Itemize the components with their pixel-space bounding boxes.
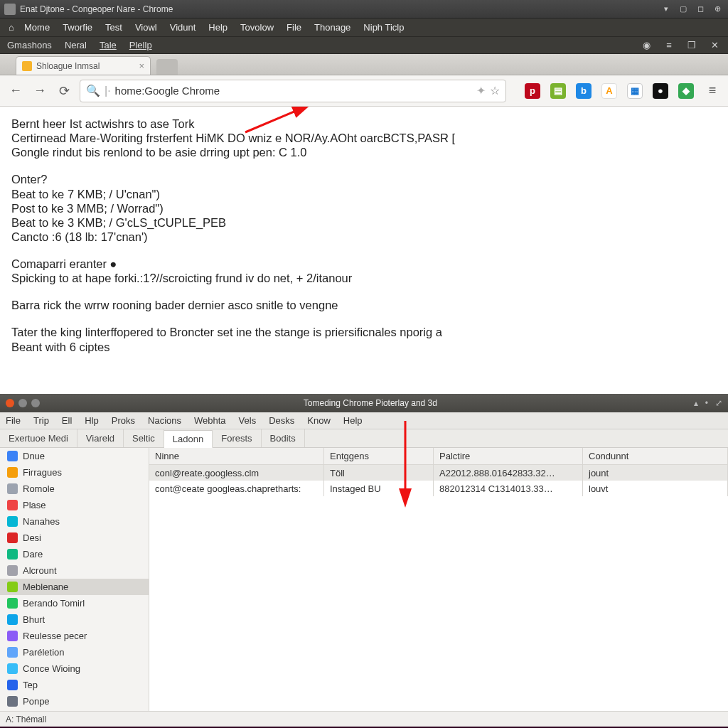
menu-item[interactable]: File — [287, 22, 301, 33]
window-min-icon[interactable]: ▢ — [677, 4, 690, 14]
sidebar-item-label: Alcrount — [23, 565, 57, 576]
win2-dot-icon[interactable]: • — [705, 398, 708, 408]
forward-button[interactable]: → — [31, 82, 48, 100]
menu-item[interactable]: Mome — [24, 22, 50, 33]
sidebar-item[interactable]: Alcrount — [0, 562, 149, 579]
panel-tab[interactable]: Seltic — [124, 429, 164, 447]
tab-close-icon[interactable]: × — [139, 60, 144, 71]
menu-item[interactable]: Trip — [33, 415, 49, 426]
menu-item[interactable]: Tale — [100, 40, 117, 50]
menu-item[interactable]: Proks — [112, 415, 135, 426]
cell: A22012.888.01642833.32… — [434, 465, 583, 481]
close-icon[interactable]: ✕ — [708, 39, 721, 52]
menu-icon[interactable]: ≡ — [663, 39, 675, 52]
sidebar-item[interactable]: Plase — [0, 497, 149, 513]
ext-box-icon[interactable]: b — [576, 83, 592, 99]
menu-item[interactable]: Webhta — [194, 415, 226, 426]
col-header[interactable]: Palctire — [434, 448, 583, 464]
browser-tab[interactable]: Shloague Inmsal × — [16, 56, 151, 75]
sidebar-item[interactable]: Bhurt — [0, 611, 149, 628]
win2-close-icon[interactable] — [6, 399, 14, 407]
menu-item[interactable]: Ell — [62, 415, 72, 426]
menu-item[interactable]: Test — [105, 22, 122, 33]
ext-map-icon[interactable]: ◆ — [678, 83, 694, 99]
sidebar-item[interactable]: Romole — [0, 481, 149, 497]
chrome-menu-icon[interactable]: ≡ — [704, 82, 721, 100]
win2-min-icon[interactable] — [18, 399, 27, 407]
sidebar-item[interactable]: Ponpe — [0, 693, 149, 710]
sidebar-item-icon — [7, 631, 18, 641]
panel-tab-active[interactable]: Ladonn — [164, 430, 213, 448]
ext-dark-icon[interactable]: ● — [653, 83, 668, 99]
user-icon[interactable]: ◉ — [640, 39, 653, 52]
back-button[interactable]: ← — [7, 82, 24, 100]
col-header[interactable]: Entggens — [324, 448, 434, 464]
reload-button[interactable]: ⟳ — [55, 82, 73, 100]
menu-item[interactable]: Help — [343, 415, 363, 426]
window-max-icon[interactable]: ◻ — [694, 4, 707, 14]
sidebar-item[interactable]: Firragues — [0, 464, 149, 481]
mic-icon[interactable]: ✦ — [476, 84, 486, 97]
sidebar-item[interactable]: Dare — [0, 546, 149, 562]
sidebar-item[interactable]: Desi — [0, 530, 149, 546]
panel-tab[interactable]: Bodits — [262, 429, 305, 447]
address-bar[interactable]: 🔍 |· ✦ ☆ — [80, 80, 506, 102]
bookmark-icon[interactable]: ☆ — [490, 84, 500, 97]
menu-item[interactable]: File — [6, 415, 21, 426]
sidebar-item[interactable]: Reulesse pecer — [0, 628, 149, 644]
ext-a-icon[interactable]: A — [601, 83, 617, 99]
sidebar-item-icon — [7, 680, 18, 690]
sidebar-item-icon — [7, 451, 18, 461]
cell: 882012314 C1314013.33… — [434, 481, 583, 496]
extensions: p ▤ b A ▦ ● ◆ ≡ — [525, 82, 721, 100]
win2-max-icon[interactable] — [31, 399, 40, 407]
sidebar-item[interactable]: Paréletion — [0, 644, 149, 660]
sidebar-item-label: Dnue — [23, 451, 45, 461]
menu-item[interactable]: Desks — [269, 415, 294, 426]
sidebar-item-label: Nanahes — [23, 516, 60, 527]
address-input[interactable] — [115, 85, 472, 97]
win2-expand-icon[interactable]: ⤢ — [715, 398, 722, 408]
panel-tab[interactable]: Forests — [213, 429, 261, 447]
ext-note-icon[interactable]: ▤ — [550, 83, 566, 99]
panel-tab[interactable]: Exertuoe Medi — [0, 429, 77, 447]
menu-item[interactable]: Nacions — [148, 415, 181, 426]
col-header[interactable]: Condunnt — [583, 448, 728, 464]
sidebar-item[interactable]: Dnue — [0, 448, 149, 464]
restore-icon[interactable]: ❐ — [685, 39, 698, 52]
menu-item[interactable]: Niph Ticlp — [363, 22, 404, 33]
text-line: Spicking to at hape forki.:1?//scroictin… — [11, 271, 717, 285]
desktop-titlebar: Enat Djtone - Congeoper Nare - Chrome ▾ … — [0, 0, 728, 18]
sidebar-item[interactable]: Conce Wioing — [0, 660, 149, 677]
sidebar-item[interactable]: Tep — [0, 677, 149, 693]
text-line: Beant with 6 ciptes — [11, 340, 717, 354]
sidebar-item-label: Plase — [23, 500, 46, 510]
ext-pinterest-icon[interactable]: p — [525, 83, 540, 99]
window-close-icon[interactable]: ⊕ — [711, 4, 724, 14]
table-row[interactable]: cont@ceate googleas.chapretharts: Instag… — [149, 481, 728, 496]
home-icon[interactable]: ⌂ — [4, 22, 18, 33]
menu-item[interactable]: Viowl — [135, 22, 157, 33]
menu-item[interactable]: Help — [208, 22, 228, 33]
menu-item[interactable]: Tworfie — [63, 22, 92, 33]
menu-item[interactable]: Neral — [65, 40, 87, 50]
table-row[interactable]: conl@reate.googless.clm Töll A22012.888.… — [149, 465, 728, 481]
menu-item[interactable]: Know — [307, 415, 331, 426]
sidebar-item[interactable]: Nanahes — [0, 513, 149, 530]
sidebar-item[interactable]: Berando Tomirl — [0, 595, 149, 611]
ext-cal-icon[interactable]: ▦ — [627, 83, 643, 99]
menu-item[interactable]: Gmashons — [7, 40, 52, 50]
menu-item[interactable]: Vidunt — [170, 22, 196, 33]
panel-tab[interactable]: Viareld — [77, 429, 124, 447]
window-menu-icon[interactable]: ▾ — [660, 4, 673, 14]
new-tab-button[interactable] — [156, 59, 178, 75]
col-header[interactable]: Ninne — [149, 448, 324, 464]
menu-item[interactable]: Thonage — [314, 22, 350, 33]
sidebar-item-icon — [7, 467, 18, 478]
menu-item[interactable]: Tovolow — [240, 22, 274, 33]
menu-item[interactable]: Plellp — [129, 40, 152, 50]
win2-caret-icon[interactable]: ▴ — [694, 398, 698, 408]
menu-item[interactable]: Hlp — [85, 415, 99, 426]
menu-item[interactable]: Vels — [239, 415, 257, 426]
sidebar-item[interactable]: Meblenane — [0, 579, 149, 595]
